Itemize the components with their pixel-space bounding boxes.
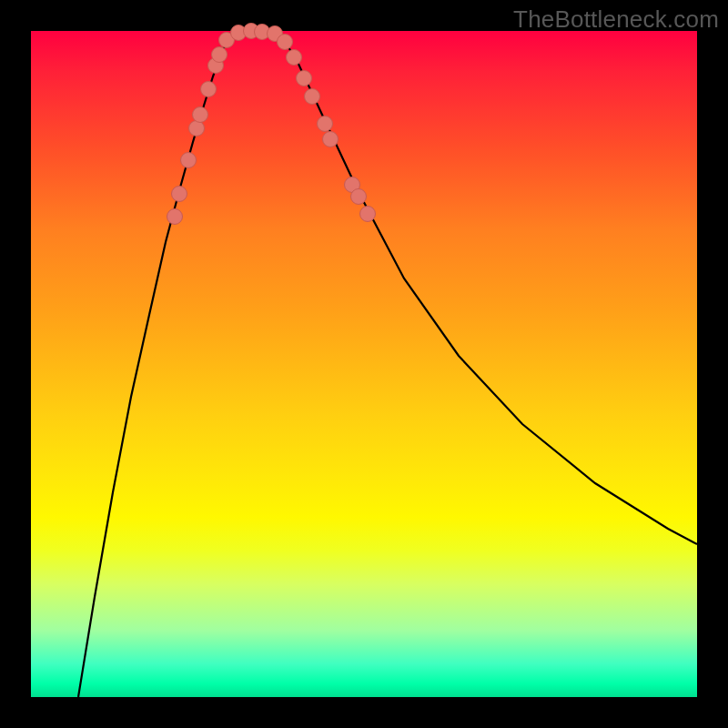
scatter-dot [181, 153, 197, 168]
scatter-dot [193, 107, 208, 123]
scatter-dot [323, 132, 339, 147]
scatter-dot [351, 189, 367, 205]
chart-frame: TheBottleneck.com [0, 0, 728, 728]
watermark-text: TheBottleneck.com [513, 5, 719, 34]
chart-svg [31, 31, 697, 697]
scatter-dot [172, 187, 187, 202]
scatter-dot [287, 50, 302, 66]
scatter-dot [318, 116, 333, 132]
scatter-group [167, 24, 376, 225]
scatter-dot [189, 121, 205, 136]
scatter-dot [167, 209, 183, 225]
scatter-dot [212, 47, 228, 63]
curve-left [78, 36, 231, 697]
scatter-dot [360, 207, 376, 222]
scatter-dot [278, 35, 293, 50]
scatter-dot [201, 82, 217, 97]
scatter-dot [305, 89, 320, 105]
curve-right [280, 35, 697, 544]
scatter-dot [297, 71, 312, 86]
